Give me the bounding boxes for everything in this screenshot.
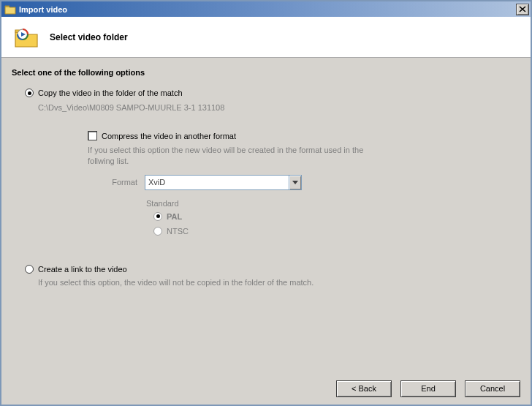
- pal-label: PAL: [167, 212, 182, 221]
- format-row: Format: [88, 175, 520, 190]
- cancel-button[interactable]: Cancel: [465, 380, 520, 397]
- ntsc-label: NTSC: [167, 227, 189, 236]
- format-combo: [145, 175, 302, 190]
- option-link-help: If you select this option, the video wil…: [38, 278, 520, 287]
- standard-pal-row: PAL: [153, 212, 520, 221]
- standard-block: Standard PAL NTSC: [146, 199, 520, 236]
- standard-label: Standard: [146, 199, 520, 208]
- format-input[interactable]: [145, 175, 289, 190]
- close-button[interactable]: [516, 4, 529, 15]
- radio-pal[interactable]: [153, 212, 162, 221]
- content-area: Select one of the following options Copy…: [1, 58, 531, 372]
- radio-ntsc[interactable]: [153, 227, 162, 236]
- back-button[interactable]: < Back: [336, 380, 392, 397]
- chevron-down-icon: [292, 181, 298, 184]
- import-video-window: Import video Select video folder: [0, 0, 532, 406]
- format-label: Format: [88, 178, 145, 187]
- folder-icon: [4, 4, 16, 15]
- end-button[interactable]: End: [400, 380, 456, 397]
- compress-section: Compress the video in another format If …: [88, 131, 520, 236]
- folder-video-icon: [13, 26, 39, 49]
- option-link-section: Create a link to the video If you select…: [12, 265, 520, 287]
- compress-label: Compress the video in another format: [102, 132, 236, 140]
- destination-path: C:\Dvs_Video\M0809 SAMPO-MUURLE 3-1 1311…: [38, 103, 520, 112]
- option-link-row: Create a link to the video: [25, 265, 520, 274]
- checkbox-compress[interactable]: [88, 131, 97, 140]
- compress-row: Compress the video in another format: [88, 131, 520, 140]
- format-dropdown-button[interactable]: [289, 175, 302, 190]
- option-link-label: Create a link to the video: [38, 265, 127, 274]
- wizard-button-bar: < Back End Cancel: [1, 372, 531, 405]
- option-copy-row: Copy the video in the folder of the matc…: [25, 89, 520, 97]
- radio-link-video[interactable]: [25, 265, 34, 274]
- standard-ntsc-row: NTSC: [153, 227, 520, 236]
- compress-help-text: If you select this option the new video …: [88, 145, 365, 168]
- section-heading: Select one of the following options: [12, 68, 520, 77]
- option-copy-label: Copy the video in the folder of the matc…: [38, 89, 183, 97]
- header-panel: Select video folder: [1, 17, 531, 58]
- titlebar-left: Import video: [4, 4, 67, 15]
- radio-copy-video[interactable]: [25, 89, 34, 97]
- titlebar: Import video: [1, 1, 531, 17]
- close-icon: [519, 6, 526, 12]
- page-title: Select video folder: [50, 32, 128, 42]
- window-title: Import video: [19, 5, 67, 14]
